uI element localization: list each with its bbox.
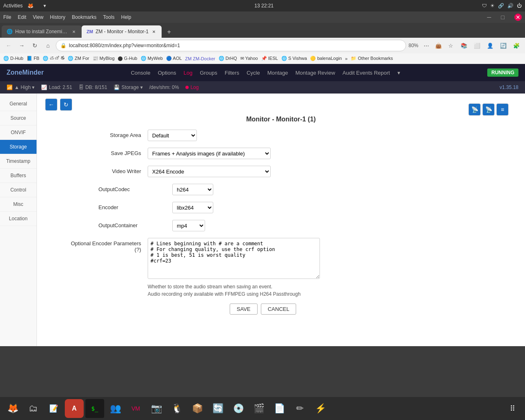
url-box[interactable]: 🔒 localhost:8080/zm/index.php?view=monit… [56, 40, 406, 51]
taskbar-terminal[interactable]: $_ [85, 399, 104, 418]
taskbar-downloads[interactable]: 📦 [188, 399, 207, 418]
browser-dropdown-icon[interactable]: ▾ [43, 3, 46, 9]
menu-edit[interactable]: Edit [18, 14, 26, 20]
sidebar-item-timestamp[interactable]: Timestamp [0, 154, 37, 169]
home-button[interactable]: ⌂ [43, 40, 53, 51]
bookmark-svishwa[interactable]: 🌐 S Vishwa [281, 56, 307, 61]
bookmark-dhub[interactable]: 🌐 D-Hub [3, 56, 23, 61]
account-icon[interactable]: 👤 [485, 40, 495, 51]
prev-button[interactable]: ← [45, 98, 57, 111]
storage-area-select[interactable]: Default [148, 130, 197, 141]
taskbar-writer[interactable]: 📝 [44, 399, 63, 418]
nav-cycle[interactable]: Cycle [247, 70, 260, 76]
taskbar-app-grid[interactable]: ⠿ [503, 399, 522, 418]
taskbar-gimp[interactable]: 🐧 [167, 399, 186, 418]
encoder-select[interactable]: libx264 [172, 202, 213, 213]
optional-encoder-textarea[interactable]: # Lines beginning with # are a comment #… [148, 238, 320, 279]
taskbar-turbo[interactable]: ⚡ [311, 399, 330, 418]
menu-view[interactable]: View [33, 14, 43, 20]
taskbar-files[interactable]: 🗂 [24, 399, 43, 418]
refresh-button[interactable]: ↻ [60, 98, 72, 111]
taskbar-vm[interactable]: VM [126, 399, 145, 418]
output-container-select[interactable]: mp4 [172, 220, 205, 231]
close-btn[interactable]: ✕ [514, 14, 522, 21]
list-icon[interactable]: ≡ [496, 103, 509, 116]
nav-audit[interactable]: Audit Events Report [342, 70, 390, 76]
forward-button[interactable]: → [16, 40, 27, 51]
optional-encoder-label[interactable]: Optional Encoder Parameters (?) [66, 238, 148, 253]
taskbar-appstore[interactable]: A [65, 399, 84, 418]
save-button[interactable]: SAVE [230, 304, 258, 315]
pocket-icon[interactable]: 👜 [433, 40, 444, 51]
video-writer-select[interactable]: X264 Encode [148, 166, 271, 177]
bookmark-myblog[interactable]: 📰 MyBlog [93, 56, 115, 61]
sidebar-toggle[interactable]: 📚 [459, 40, 469, 51]
menu-file[interactable]: File [3, 14, 11, 20]
nav-montage-review[interactable]: Montage Review [295, 70, 335, 76]
maximize-btn[interactable]: □ [501, 14, 504, 21]
taskbar-editor2[interactable]: ✏ [290, 399, 309, 418]
nav-options[interactable]: Options [158, 70, 176, 76]
nav-log[interactable]: Log [183, 70, 192, 76]
bookmark-other[interactable]: 📁 Other Bookmarks [351, 56, 393, 61]
tab-close-1[interactable]: ✕ [71, 29, 77, 34]
tab-install[interactable]: 🌐 How to install Zonemin… ✕ [2, 25, 82, 38]
wifi-status[interactable]: 📶 ▲ High ▾ [7, 84, 34, 90]
nav-caret[interactable]: ▾ [397, 70, 400, 76]
sidebar-item-control[interactable]: Control [0, 183, 37, 197]
power-icon[interactable]: ⏻ [517, 3, 522, 9]
bookmark-kannada[interactable]: 🌐 ಪಡಿಹೊ [43, 56, 64, 61]
menu-history[interactable]: History [50, 14, 65, 20]
log-status[interactable]: Log [185, 84, 199, 90]
sidebar-item-source[interactable]: Source [0, 111, 37, 126]
bookmark-yahoo[interactable]: ✉ Yahoo [240, 56, 258, 61]
menu-help[interactable]: Help [121, 14, 131, 20]
taskbar-update[interactable]: 🔄 [208, 399, 227, 418]
bookmark-ghub[interactable]: ⬤ G-Hub [118, 56, 137, 61]
nav-console[interactable]: Console [131, 70, 151, 76]
taskbar-screenshot[interactable]: 📷 [147, 399, 166, 418]
cancel-button[interactable]: CANCEL [261, 304, 297, 315]
tabs-icon[interactable]: ⬜ [472, 40, 482, 51]
new-tab-button[interactable]: + [163, 26, 175, 38]
extensions-icon[interactable]: 🧩 [511, 40, 522, 51]
taskbar-users[interactable]: 👥 [106, 399, 125, 418]
bookmark-more[interactable]: » [345, 56, 347, 61]
bookmark-drhq[interactable]: 🌐 DrHQ [219, 56, 237, 61]
minimize-btn[interactable]: ─ [487, 14, 491, 21]
bookmark-zmdocker[interactable]: ZM ZM-Docker [185, 56, 215, 61]
taskbar-media[interactable]: 🎬 [249, 399, 268, 418]
bookmark-aol[interactable]: 🔵 AOL [166, 56, 182, 61]
zm-brand[interactable]: ZoneMinder [7, 69, 44, 76]
bookmark-fb[interactable]: 📘 FB [27, 56, 39, 61]
menu-tools[interactable]: Tools [103, 14, 114, 20]
nav-montage[interactable]: Montage [267, 70, 288, 76]
sidebar-item-onvif[interactable]: ONVIF [0, 126, 37, 140]
nav-groups[interactable]: Groups [200, 70, 217, 76]
sidebar-item-misc[interactable]: Misc [0, 197, 37, 212]
bookmark-star[interactable]: ☆ [445, 40, 456, 51]
sidebar-item-storage[interactable]: Storage [0, 140, 37, 154]
menu-bookmarks[interactable]: Bookmarks [72, 14, 96, 20]
tab-monitor[interactable]: ZM ZM - Monitor - Monitor-1 ✕ [82, 25, 162, 38]
storage-status[interactable]: 💾 Storage ▾ [114, 84, 142, 90]
sidebar-item-buffers[interactable]: Buffers [0, 169, 37, 183]
stream2-icon[interactable]: 📡 [482, 103, 495, 116]
output-codec-select[interactable]: h264 [172, 184, 213, 195]
taskbar-texteditor[interactable]: 📄 [270, 399, 289, 418]
taskbar-disk[interactable]: 💿 [229, 399, 248, 418]
reload-button[interactable]: ↻ [30, 40, 40, 51]
bookmark-iesl[interactable]: 📌 IESL [261, 56, 278, 61]
taskbar-firefox[interactable]: 🦊 [3, 399, 22, 418]
more-button[interactable]: ⋯ [421, 40, 431, 51]
back-button[interactable]: ← [3, 40, 14, 51]
nav-filters[interactable]: Filters [225, 70, 239, 76]
bookmark-balena[interactable]: 🟡 balenaLogin [310, 56, 342, 61]
tab-close-2[interactable]: ✕ [151, 29, 157, 34]
sidebar-item-general[interactable]: General [0, 97, 37, 111]
save-jpegs-select[interactable]: Frames + Analysis images (if available) [148, 148, 271, 159]
sync-icon[interactable]: 🔄 [498, 40, 509, 51]
sidebar-item-location[interactable]: Location [0, 212, 37, 226]
activities-label[interactable]: Activities [3, 3, 23, 9]
stream-icon[interactable]: 📡 [468, 103, 481, 116]
